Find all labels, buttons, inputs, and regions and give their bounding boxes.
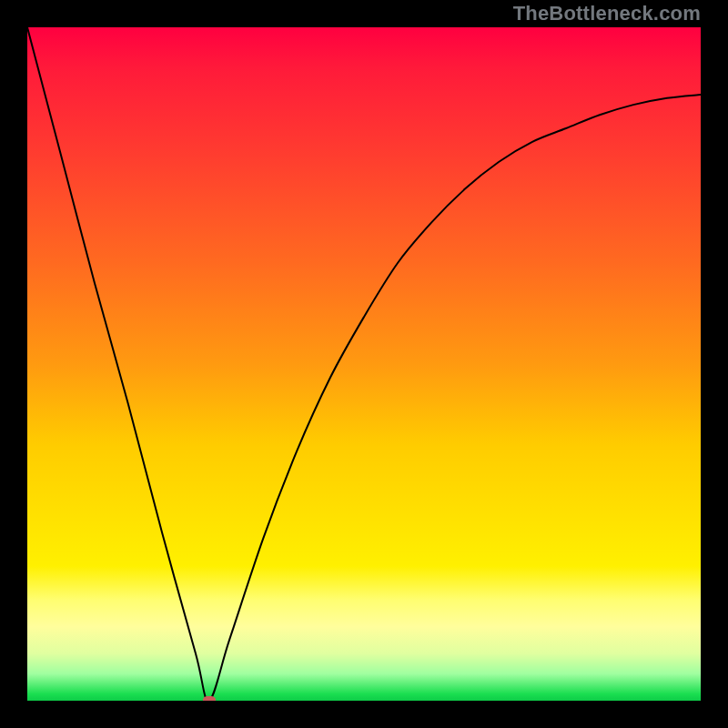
minimum-marker-icon	[203, 696, 216, 701]
chart-frame: TheBottleneck.com	[0, 0, 728, 728]
attribution-label: TheBottleneck.com	[513, 2, 701, 25]
plot-area	[27, 27, 701, 701]
bottleneck-curve	[27, 27, 701, 701]
